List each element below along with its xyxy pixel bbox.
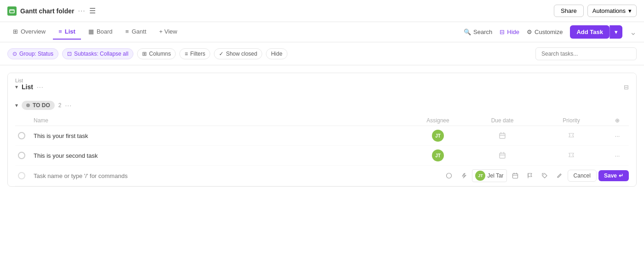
new-task-assignee-tag[interactable]: JT Jel Tar bbox=[472, 169, 506, 182]
automations-label: Automations bbox=[592, 7, 626, 14]
group-icon: ⊙ bbox=[12, 51, 17, 57]
col-header-name: Name bbox=[15, 117, 408, 124]
task-priority-1[interactable] bbox=[537, 132, 606, 139]
svg-point-6 bbox=[543, 174, 544, 175]
hide-action[interactable]: ⊟ Hide bbox=[500, 29, 519, 35]
task-due-2[interactable] bbox=[468, 152, 537, 159]
columns-chip[interactable]: ⊞ Columns bbox=[137, 48, 176, 59]
status-more-dots[interactable]: ··· bbox=[65, 102, 72, 109]
svg-rect-2 bbox=[500, 153, 505, 158]
save-button[interactable]: Save ↵ bbox=[598, 170, 629, 181]
svg-point-3 bbox=[447, 173, 452, 178]
hamburger-icon[interactable]: ☰ bbox=[89, 6, 96, 15]
nav-expand-icon[interactable]: ⌄ bbox=[630, 27, 637, 37]
hide-icon: ⊟ bbox=[500, 29, 505, 35]
task-row: This is your second task JT ··· bbox=[15, 146, 629, 166]
board-icon: ▦ bbox=[88, 28, 94, 35]
list-title-dots[interactable]: ··· bbox=[37, 83, 44, 91]
customize-action[interactable]: ⚙ Customize bbox=[527, 29, 563, 35]
status-badge-todo: TO DO bbox=[22, 101, 55, 110]
list-collapse-toggle[interactable]: ▾ bbox=[15, 84, 18, 90]
automations-caret: ▾ bbox=[628, 7, 632, 14]
new-task-icon-bucket[interactable] bbox=[443, 169, 455, 182]
new-task-icon-calendar[interactable] bbox=[509, 169, 522, 182]
task-priority-2[interactable] bbox=[537, 152, 606, 159]
tab-board[interactable]: ▦ Board bbox=[83, 24, 118, 40]
subtasks-icon: ⊡ bbox=[67, 51, 72, 57]
search-tasks-input[interactable] bbox=[535, 47, 637, 60]
task-check-1[interactable] bbox=[18, 132, 25, 139]
list-label: List bbox=[15, 78, 629, 83]
filters-chip[interactable]: ≡ Filters bbox=[179, 48, 210, 59]
cancel-button[interactable]: Cancel bbox=[568, 170, 597, 182]
task-row: This is your first task JT ··· bbox=[15, 126, 629, 146]
status-collapse-toggle[interactable]: ▾ bbox=[15, 102, 18, 109]
task-name-2[interactable]: This is your second task bbox=[28, 152, 408, 159]
new-task-check bbox=[18, 172, 25, 179]
new-task-avatar: JT bbox=[475, 171, 485, 181]
search-action[interactable]: 🔍 Search bbox=[464, 29, 492, 35]
new-task-input[interactable] bbox=[28, 172, 443, 179]
new-task-row: JT Jel Tar bbox=[15, 166, 629, 186]
col-header-assignee: Assignee bbox=[408, 117, 468, 124]
overview-icon: ⊞ bbox=[13, 28, 18, 35]
task-more-1[interactable]: ··· bbox=[606, 132, 629, 139]
customize-icon: ⚙ bbox=[527, 29, 532, 35]
automations-button[interactable]: Automations ▾ bbox=[587, 5, 637, 17]
col-header-add[interactable]: ⊕ bbox=[606, 117, 629, 124]
share-button[interactable]: Share bbox=[554, 5, 584, 17]
new-task-icon-lightning[interactable] bbox=[457, 169, 470, 182]
show-closed-chip[interactable]: ✓ Show closed bbox=[214, 48, 262, 59]
new-task-icon-edit[interactable] bbox=[553, 169, 566, 182]
sidebar-toggle-icon[interactable]: ⊟ bbox=[624, 84, 629, 91]
tab-add-view[interactable]: + View bbox=[154, 24, 183, 40]
hide-chip[interactable]: Hide bbox=[266, 48, 288, 59]
svg-rect-0 bbox=[10, 10, 14, 13]
task-due-1[interactable] bbox=[468, 132, 537, 139]
tab-overview[interactable]: ⊞ Overview bbox=[7, 24, 51, 40]
tab-gantt[interactable]: ≡ Gantt bbox=[120, 24, 152, 40]
folder-icon bbox=[7, 6, 17, 16]
svg-rect-4 bbox=[512, 174, 518, 178]
status-dot bbox=[26, 103, 30, 107]
add-task-button[interactable]: Add Task bbox=[570, 25, 610, 39]
new-task-icon-tag[interactable] bbox=[538, 169, 551, 182]
filters-icon: ≡ bbox=[184, 51, 188, 57]
subtasks-chip[interactable]: ⊡ Subtasks: Collapse all bbox=[62, 48, 133, 59]
task-name-1[interactable]: This is your first task bbox=[28, 132, 408, 139]
add-task-caret[interactable]: ▾ bbox=[610, 25, 622, 39]
avatar-1: JT bbox=[432, 130, 444, 142]
tab-list[interactable]: ≡ List bbox=[53, 24, 81, 40]
task-more-2[interactable]: ··· bbox=[606, 152, 629, 159]
gantt-icon: ≡ bbox=[126, 28, 129, 35]
svg-rect-1 bbox=[500, 133, 505, 138]
list-icon: ≡ bbox=[58, 28, 62, 35]
save-enter-icon: ↵ bbox=[619, 172, 623, 179]
columns-icon: ⊞ bbox=[142, 51, 147, 57]
folder-more-dots[interactable]: ··· bbox=[78, 7, 85, 15]
new-task-icon-flag[interactable] bbox=[523, 169, 536, 182]
status-count: 2 bbox=[58, 102, 62, 109]
check-icon: ✓ bbox=[219, 51, 224, 57]
folder-title: Gantt chart folder bbox=[20, 7, 74, 15]
avatar-2: JT bbox=[432, 149, 444, 161]
col-header-priority: Priority bbox=[537, 117, 606, 124]
task-check-2[interactable] bbox=[18, 152, 25, 159]
list-title: List bbox=[22, 83, 33, 91]
col-header-due: Due date bbox=[468, 117, 537, 124]
search-icon: 🔍 bbox=[464, 29, 471, 35]
group-status-chip[interactable]: ⊙ Group: Status bbox=[7, 48, 58, 59]
